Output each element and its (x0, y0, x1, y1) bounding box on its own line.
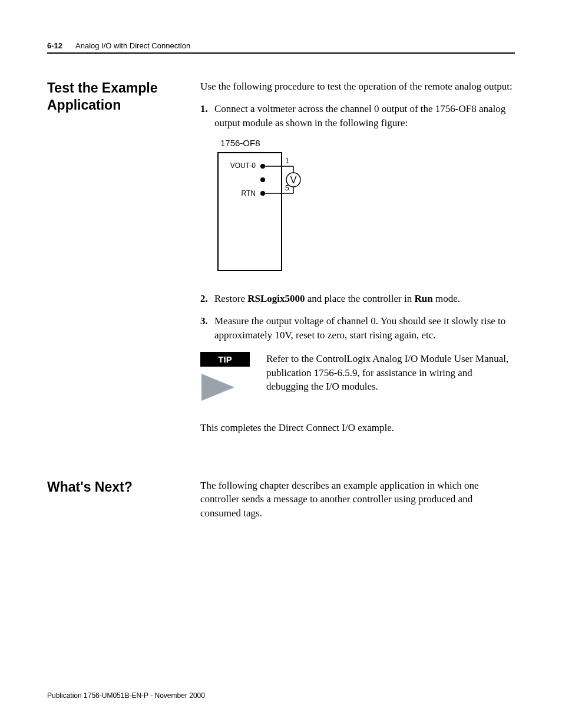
figure-title: 1756-OF8 (220, 138, 515, 148)
section-heading-test: Test the Example Application (47, 80, 183, 114)
page-header: 6-12 Analog I/O with Direct Connection (47, 41, 515, 54)
step-number: 1. (200, 102, 208, 116)
triangle-play-icon (200, 373, 238, 402)
step-2: 2. Restore RSLogix5000 and place the con… (200, 292, 515, 306)
section-heading-next: What's Next? (47, 479, 183, 496)
svg-rect-0 (218, 153, 282, 271)
intro-text: Use the following procedure to test the … (200, 80, 515, 94)
step-text: Measure the output voltage of channel 0.… (214, 315, 505, 341)
step-text: Restore RSLogix5000 and place the contro… (214, 293, 460, 304)
wiring-diagram-icon: VOUT-0 RTN 1 5 (217, 151, 323, 275)
step-number: 3. (200, 314, 208, 328)
label-rtn: RTN (242, 189, 256, 197)
voltmeter-label: V (290, 175, 297, 185)
whats-next-text: The following chapter describes an examp… (200, 479, 515, 521)
label-vout: VOUT-0 (230, 162, 256, 170)
svg-point-1 (260, 164, 265, 169)
closing-text: This completes the Direct Connect I/O ex… (200, 421, 515, 435)
chapter-title: Analog I/O with Direct Connection (75, 41, 190, 50)
tip-text: Refer to the ControlLogix Analog I/O Mod… (266, 352, 515, 404)
step-1: 1. Connect a voltmeter across the channe… (200, 102, 515, 130)
svg-point-2 (260, 177, 265, 182)
svg-marker-11 (201, 374, 234, 401)
publication-footer: Publication 1756-UM051B-EN-P - November … (47, 691, 205, 700)
page-number: 6-12 (47, 41, 62, 50)
step-number: 2. (200, 292, 208, 306)
figure-1756-of8: 1756-OF8 VOUT-0 RTN 1 5 (217, 138, 515, 278)
step-text: Connect a voltmeter across the channel 0… (214, 103, 505, 129)
svg-point-3 (260, 191, 265, 196)
tip-callout: TIP Refer to the ControlLogix Analog I/O… (200, 352, 515, 404)
step-3: 3. Measure the output voltage of channel… (200, 314, 515, 342)
pin-1: 1 (285, 157, 289, 165)
tip-badge: TIP (200, 352, 250, 367)
